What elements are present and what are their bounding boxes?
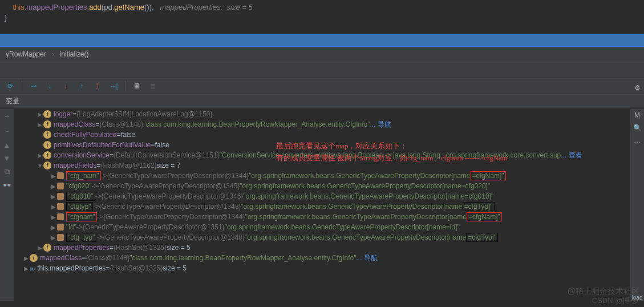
expand-icon[interactable]: ▶ <box>50 204 57 210</box>
map-value-ref: {GenericTypeAwarePropertyDescriptor@1348… <box>103 233 245 241</box>
tree-row[interactable]: ▶"id" -> {GenericTypeAwarePropertyDescri… <box>14 222 630 232</box>
field-icon: f <box>30 254 38 262</box>
map-key: "cfg_nam" <box>66 171 101 180</box>
expand-icon[interactable]: ▶ <box>23 265 30 272</box>
map-key: "cfg020" <box>66 182 92 190</box>
step-into-icon[interactable]: ↓ <box>45 82 54 91</box>
watch-icon: ∞ <box>30 264 35 273</box>
breadcrumb-sep: › <box>52 50 54 58</box>
map-entry-icon <box>57 183 64 189</box>
expand-icon[interactable]: ▶ <box>50 214 57 220</box>
field-icon: f <box>43 151 51 159</box>
expand-icon[interactable]: ▶ <box>50 193 57 200</box>
panel-header: 变量 <box>0 94 644 109</box>
force-step-into-icon[interactable]: ↓ <box>61 82 70 91</box>
watermark-2: CSDN @搏·梦 <box>592 296 639 306</box>
tree-row[interactable]: ▶fmappedClass = {Class@1148} "class com.… <box>14 119 630 130</box>
gear-icon[interactable]: ⚙ <box>634 84 641 92</box>
right-gutter: M 🔍 … load <box>630 109 644 301</box>
tree-row[interactable]: ▶"cfg020" -> {GenericTypeAwarePropertyDe… <box>14 181 630 191</box>
expand-icon[interactable]: ▶ <box>37 122 43 128</box>
map-value-ref: {GenericTypeAwarePropertyDescriptor@1344… <box>103 213 245 221</box>
tree-row[interactable]: ▶flogger = {LogAdapter$Slf4jLocationAwar… <box>14 109 630 119</box>
debug-toolbar: ⟳ ⤻ ↓ ↓ ↑ ⤴ →| 🖩 ≣ <box>0 78 644 94</box>
tree-row[interactable]: ▶"cfgnam" -> {GenericTypeAwarePropertyDe… <box>14 212 630 222</box>
variables-tree[interactable]: 最后跑完看见这个map，对应关系如下： 有的成员变量属性 被两个String对应… <box>14 109 630 301</box>
map-value-ref: {GenericTypeAwarePropertyDescriptor@1348… <box>99 203 241 211</box>
field-icon: f <box>43 131 51 139</box>
variables-tab[interactable]: 变量 <box>6 96 19 106</box>
evaluate-icon[interactable]: 🖩 <box>132 82 141 91</box>
field-icon: f <box>43 244 51 252</box>
breadcrumb[interactable]: yRowMapper › initialize() <box>0 47 644 62</box>
map-value-str: "org.springframework.beans.GenericTypeAw… <box>225 223 460 231</box>
tree-row[interactable]: fcheckFullyPopulated = false <box>14 130 630 140</box>
annotation-2: 有的成员变量属性 被两个String对应，如cfg_nam、cfgnam ---… <box>276 153 508 163</box>
restart-icon[interactable]: ⟳ <box>6 82 15 91</box>
tree-row[interactable]: ▶∞this.mappedProperties = {HashSet@1325}… <box>14 263 630 273</box>
map-key: "cfg010" <box>66 192 95 201</box>
map-key: "id" <box>66 223 76 231</box>
breadcrumb-class[interactable]: yRowMapper <box>6 50 46 58</box>
collapse-icon[interactable]: ▼ <box>37 163 43 169</box>
field-icon: f <box>43 110 51 118</box>
copy-icon[interactable]: ⧉ <box>5 167 10 176</box>
step-over-icon[interactable]: ⤻ <box>29 82 38 91</box>
expand-icon[interactable]: ▶ <box>50 183 57 189</box>
drop-frame-icon[interactable]: ⤴ <box>93 82 102 91</box>
left-gutter: ＋ － ▲ ▼ ⧉ 👓 <box>0 109 14 301</box>
map-entry-icon <box>57 203 64 210</box>
tree-row[interactable]: ▶"cfgtyp" -> {GenericTypeAwarePropertyDe… <box>14 201 630 212</box>
map-value-str: "org.springframework.beans.GenericTypeAw… <box>245 233 466 241</box>
glasses-icon[interactable]: 👓 <box>2 181 11 189</box>
navigate-link[interactable]: ... 导航 <box>370 120 391 130</box>
search-icon[interactable]: 🔍 <box>633 124 642 132</box>
map-value-str: "org.springframework.beans.GenericTypeAw… <box>243 192 493 200</box>
map-entry-icon <box>57 172 64 179</box>
trace-icon[interactable]: ≣ <box>148 82 157 91</box>
map-entry-icon <box>57 224 64 231</box>
add-icon[interactable]: ＋ <box>3 111 11 122</box>
map-key: "cfgtyp" <box>66 202 93 211</box>
tree-row[interactable]: ▶"cfg_nam" -> {GenericTypeAwarePropertyD… <box>14 171 630 181</box>
expand-icon[interactable]: ▶ <box>23 255 30 261</box>
code-line-2: } <box>5 13 639 23</box>
map-value-str: "org.springframework.beans.GenericTypeAw… <box>240 182 490 190</box>
tree-row[interactable]: ▶fmappedProperties = {HashSet@1325} size… <box>14 243 630 253</box>
code-line-1: this.mappedProperties.add(pd.getName());… <box>5 2 639 13</box>
map-entry-icon <box>57 213 64 220</box>
breadcrumb-method[interactable]: initialize() <box>60 50 89 58</box>
expand-icon[interactable]: ▶ <box>37 111 43 118</box>
view-link[interactable]: ... 查看 <box>561 151 582 160</box>
annotation-1: 最后跑完看见这个map，对应关系如下： <box>276 141 407 151</box>
up-icon[interactable]: ▲ <box>3 141 11 150</box>
map-key: "cfgnam" <box>66 212 97 221</box>
tree-row[interactable]: ▶fmappedClass = {Class@1148} "class com.… <box>14 253 630 263</box>
map-value-str: "org.springframework.beans.GenericTypeAw… <box>241 203 462 211</box>
expand-icon[interactable]: ▶ <box>50 173 57 179</box>
expand-icon[interactable]: ▶ <box>50 235 57 241</box>
execution-point-bar <box>0 34 644 47</box>
run-to-cursor-icon[interactable]: →| <box>109 82 118 91</box>
map-key: "cfg_typ" <box>66 233 96 242</box>
field-icon: f <box>43 120 51 128</box>
expand-icon[interactable]: ▶ <box>37 152 43 159</box>
down-icon[interactable]: ▼ <box>3 154 11 163</box>
tree-row[interactable]: ▶"cfg_typ" -> {GenericTypeAwarePropertyD… <box>14 232 630 243</box>
map-value-str: "org.springframework.beans.GenericTypeAw… <box>245 213 467 221</box>
map-value-ref: {GenericTypeAwarePropertyDescriptor@1345… <box>98 182 240 190</box>
step-out-icon[interactable]: ↑ <box>77 82 86 91</box>
map-value-ref: {GenericTypeAwarePropertyDescriptor@1346… <box>102 192 244 200</box>
field-icon: f <box>43 161 51 169</box>
expand-icon[interactable]: ▶ <box>37 245 43 251</box>
map-entry-icon <box>57 193 64 200</box>
more-icon[interactable]: … <box>634 136 641 144</box>
remove-icon[interactable]: － <box>3 126 11 136</box>
navigate-link[interactable]: ... 导航 <box>356 253 377 263</box>
map-value-str: "org.springframework.beans.GenericTypeAw… <box>249 172 470 180</box>
map-value-ref: {GenericTypeAwarePropertyDescriptor@1351… <box>83 223 225 231</box>
editor-area: this.mappedProperties.add(pd.getName());… <box>0 0 644 34</box>
tree-row[interactable]: ▶"cfg010" -> {GenericTypeAwarePropertyDe… <box>14 191 630 201</box>
expand-icon[interactable]: ▶ <box>50 224 57 231</box>
map-value-ref: {GenericTypeAwarePropertyDescriptor@1344… <box>107 172 249 180</box>
